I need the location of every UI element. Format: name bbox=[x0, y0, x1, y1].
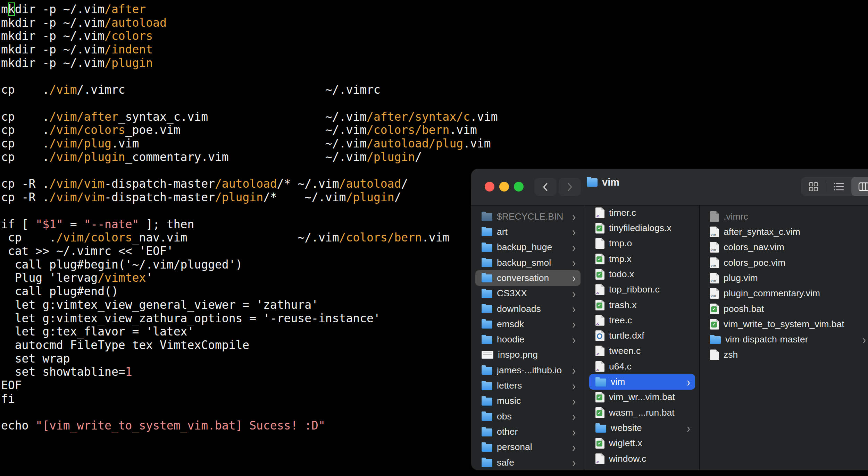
file-row-james-ithub-io[interactable]: james-...ithub.io› bbox=[475, 363, 581, 378]
file-row-website[interactable]: website› bbox=[589, 420, 695, 435]
file-row-after-syntax-c-vim[interactable]: after_syntax_c.vim bbox=[704, 224, 868, 239]
terminal-line: mkdir -p ~/.vim/autoload bbox=[1, 16, 498, 30]
terminal-text: cp . bbox=[1, 83, 49, 96]
file-row-u64-c[interactable]: u64.c bbox=[589, 359, 695, 374]
file-row-todo-x[interactable]: todo.x bbox=[589, 266, 695, 282]
file-label: personal bbox=[497, 442, 532, 452]
icon-view-button[interactable] bbox=[801, 177, 826, 196]
file-label: colors_nav.vim bbox=[724, 242, 784, 253]
folder-icon bbox=[482, 398, 492, 406]
back-button[interactable] bbox=[534, 178, 557, 196]
doc-x-icon bbox=[710, 304, 719, 314]
file-label: trash.x bbox=[609, 300, 637, 311]
file-row-downloads[interactable]: downloads› bbox=[475, 301, 581, 316]
file-row-top-ribbon-c[interactable]: top_ribbon.c bbox=[589, 282, 695, 297]
list-view-button[interactable] bbox=[826, 177, 851, 196]
chevron-right-icon: › bbox=[572, 364, 578, 376]
file-row-hoodie[interactable]: hoodie› bbox=[475, 332, 581, 347]
column-view-icon bbox=[858, 182, 868, 191]
terminal-text: /vim/after bbox=[49, 110, 118, 124]
file-row-conversation[interactable]: conversation› bbox=[475, 270, 581, 286]
terminal-text: -dispatch-master bbox=[105, 190, 215, 204]
terminal-line bbox=[1, 406, 498, 419]
file-row-backup-huge[interactable]: backup_huge› bbox=[475, 240, 581, 255]
file-row-emsdk[interactable]: emsdk› bbox=[475, 316, 581, 332]
forward-button[interactable] bbox=[559, 178, 581, 196]
file-row-music[interactable]: music› bbox=[475, 393, 581, 409]
folder-icon bbox=[482, 382, 492, 390]
file-label: vim bbox=[611, 376, 625, 387]
terminal-text: /autoload bbox=[215, 177, 277, 190]
file-label: u64.c bbox=[609, 361, 632, 372]
file-row-wasm-run-bat[interactable]: wasm_...run.bat bbox=[589, 405, 695, 420]
file-row-recycle-bin[interactable]: $RECYCLE.BIN› bbox=[475, 209, 581, 224]
file-row-letters[interactable]: letters› bbox=[475, 378, 581, 393]
terminal-text: .vim bbox=[463, 137, 491, 150]
file-row-art[interactable]: art› bbox=[475, 224, 581, 239]
zoom-button[interactable] bbox=[514, 182, 524, 192]
file-row-cs3xx[interactable]: CS3XX› bbox=[475, 286, 581, 301]
file-row-plugin-commentary-vim[interactable]: plugin_commentary.vim bbox=[704, 286, 868, 301]
doc-c-icon bbox=[595, 315, 604, 326]
file-row-colors-nav-vim[interactable]: colors_nav.vim bbox=[704, 240, 868, 255]
file-row-vim-write-to-system-vim-bat[interactable]: vim_write_to_system_vim.bat bbox=[704, 316, 868, 332]
terminal-text: /indent bbox=[105, 43, 153, 56]
terminal-text: _poe.vim ~/.vim bbox=[125, 123, 367, 137]
file-row-zsh[interactable]: zsh bbox=[704, 347, 868, 363]
terminal-text: mkdir -p ~/.vim bbox=[1, 56, 105, 70]
file-row-tree-c[interactable]: tree.c bbox=[589, 313, 695, 328]
terminal-text: /vimtex bbox=[98, 271, 146, 284]
terminal-line: call plug#end() bbox=[1, 285, 498, 298]
minimize-button[interactable] bbox=[499, 182, 509, 192]
finder-content: $RECYCLE.BIN›art›backup_huge›backup_smol… bbox=[471, 206, 868, 470]
file-row-backup-smol[interactable]: backup_smol› bbox=[475, 255, 581, 270]
file-row-wiglett-x[interactable]: wiglett.x bbox=[589, 436, 695, 451]
file-row-plug-vim[interactable]: plug.vim bbox=[704, 270, 868, 286]
file-label: $RECYCLE.BIN bbox=[497, 211, 563, 222]
file-row-vim[interactable]: vim› bbox=[589, 374, 695, 389]
file-row-window-c[interactable]: window.c bbox=[589, 451, 695, 466]
folder-icon bbox=[482, 321, 492, 329]
file-row-trash-x[interactable]: trash.x bbox=[589, 297, 695, 313]
terminal-text: /autoload/plug bbox=[367, 137, 463, 150]
finder-titlebar: vim bbox=[471, 169, 868, 206]
terminal-text: .vim bbox=[449, 123, 477, 137]
chevron-right-icon: › bbox=[572, 257, 578, 269]
folder-icon bbox=[482, 428, 492, 436]
file-row-tmp-o[interactable]: tmp.o bbox=[589, 236, 695, 251]
file-row-vimrc[interactable]: .vimrc bbox=[704, 209, 868, 224]
terminal-text: /* ~/.vim bbox=[277, 177, 339, 190]
file-row-other[interactable]: other› bbox=[475, 424, 581, 439]
file-row-poosh-bat[interactable]: poosh.bat bbox=[704, 301, 868, 316]
file-row-vim-dispatch-master[interactable]: vim-dispatch-master› bbox=[704, 332, 868, 347]
file-row-tween-c[interactable]: tween.c bbox=[589, 343, 695, 359]
close-button[interactable] bbox=[485, 182, 494, 192]
file-label: art bbox=[497, 227, 508, 237]
file-row-vim-wr-vim-bat[interactable]: vim_wr...vim.bat bbox=[589, 390, 695, 405]
file-row-timer-c[interactable]: timer.c bbox=[589, 206, 695, 220]
doc-x-icon bbox=[595, 223, 604, 233]
doc-x-icon bbox=[595, 407, 604, 418]
file-label: turtle.dxf bbox=[609, 330, 644, 341]
terminal-text: "[vim_write_to_system_vim.bat] Sucess! :… bbox=[35, 419, 325, 432]
column-view-button[interactable] bbox=[851, 177, 868, 196]
terminal-line: let g:vimtex_view_general_viewer = 'zath… bbox=[1, 298, 498, 312]
file-label: todo.x bbox=[609, 269, 634, 280]
file-row-safe[interactable]: safe› bbox=[475, 455, 581, 470]
doc-plain-icon bbox=[595, 238, 604, 249]
file-row-tmp-x[interactable]: tmp.x bbox=[589, 251, 695, 266]
file-row-turtle-dxf[interactable]: turtle.dxf bbox=[589, 328, 695, 343]
terminal-text: /vim/colors bbox=[56, 231, 132, 244]
terminal-text: _nav.vim ~/.vim bbox=[132, 231, 339, 244]
file-row-colors-poe-vim[interactable]: colors_poe.vim bbox=[704, 255, 868, 270]
file-row-tinyfiledialogs-x[interactable]: tinyfiledialogs.x bbox=[589, 220, 695, 236]
terminal-text: cp . bbox=[1, 231, 56, 244]
terminal-text: if [ bbox=[1, 218, 35, 231]
file-row-inspo-png[interactable]: inspo.png bbox=[475, 347, 581, 363]
chevron-right-icon: › bbox=[572, 226, 578, 238]
file-row-obs[interactable]: obs› bbox=[475, 409, 581, 424]
file-row-personal[interactable]: personal› bbox=[475, 440, 581, 455]
terminal-line: let g:vimtex_view_zathura_options = '-re… bbox=[1, 312, 498, 325]
chevron-right-icon: › bbox=[687, 376, 693, 388]
terminal-text: mkdir -p ~/.vim bbox=[1, 16, 105, 29]
